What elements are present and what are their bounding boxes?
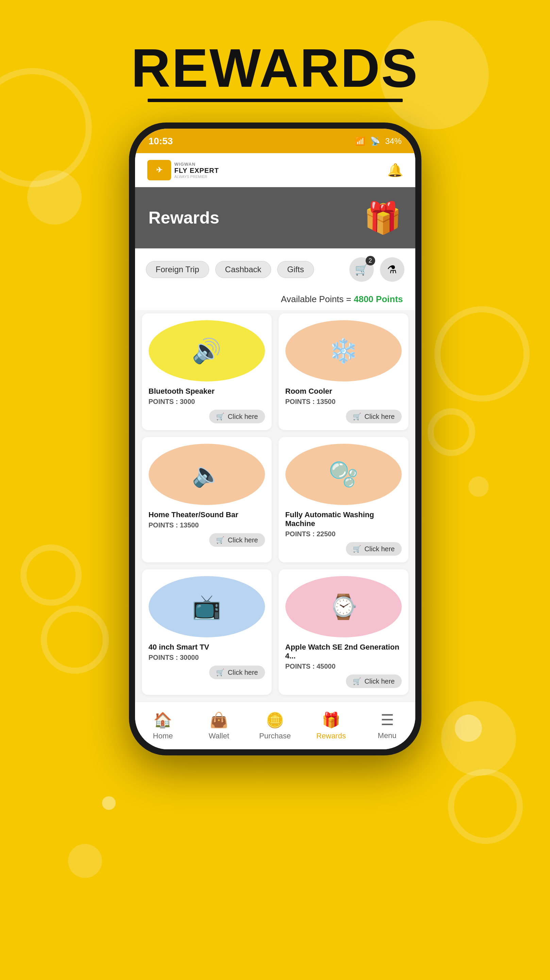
product-image: 📺	[149, 576, 265, 637]
svg-text:✈: ✈	[156, 166, 162, 174]
points-text: Available Points = 4800 Points	[281, 294, 403, 304]
product-image: 🫧	[285, 444, 402, 505]
product-image: 🔈	[149, 444, 265, 505]
cart-icon: 🛒	[353, 545, 361, 553]
nav-label-menu: Menu	[378, 731, 397, 740]
status-bar: 10:53 📶 📡 34%	[135, 129, 415, 153]
rewards-banner: Rewards 🎁	[135, 187, 415, 248]
cart-count: 2	[366, 256, 375, 266]
page-title-section: REWARDS	[131, 41, 419, 102]
product-points: POINTS : 30000	[149, 654, 199, 662]
phone-mockup: 10:53 📶 📡 34% ✈ WIG	[129, 123, 421, 756]
logo-top-text: WIGWAN	[175, 162, 219, 167]
product-name: Room Cooler	[285, 387, 332, 396]
wifi-icon: 📡	[370, 137, 380, 146]
product-btn-label: Click here	[228, 413, 258, 421]
logo-area: ✈ WIGWAN FLY EXPERT ALWAYS PREMIER	[147, 160, 219, 180]
signal-icon: 📶	[355, 137, 365, 146]
nav-item-rewards[interactable]: 🎁 Rewards	[303, 702, 359, 749]
status-time: 10:53	[149, 136, 173, 147]
cart-icon: 🛒	[353, 677, 361, 685]
filter-gifts[interactable]: Gifts	[277, 261, 313, 278]
nav-icon-home: 🏠	[153, 711, 172, 729]
nav-label-purchase: Purchase	[259, 732, 291, 740]
product-btn-label: Click here	[365, 678, 395, 685]
logo-main-text: FLY EXPERT	[175, 167, 219, 175]
product-btn-label: Click here	[228, 669, 258, 676]
nav-label-wallet: Wallet	[209, 732, 229, 740]
filter-row: Foreign Trip Cashback Gifts 🛒 2 ⚗	[135, 248, 415, 291]
product-image: ⌚	[285, 576, 402, 637]
filter-button[interactable]: ⚗	[380, 257, 404, 282]
phone-screen: 10:53 📶 📡 34% ✈ WIG	[135, 129, 415, 749]
cart-button[interactable]: 🛒 2	[349, 257, 374, 282]
cart-icon: 🛒	[353, 412, 361, 421]
product-click-here-button[interactable]: 🛒 Click here	[209, 533, 265, 547]
product-click-here-button[interactable]: 🛒 Click here	[346, 675, 402, 688]
cart-icon: 🛒	[216, 412, 224, 421]
product-btn-label: Click here	[365, 545, 395, 553]
product-name: Bluetooth Speaker	[149, 387, 215, 396]
logo-icon: ✈	[147, 160, 171, 180]
product-card: 📺 40 inch Smart TV POINTS : 30000 🛒 Clic…	[142, 569, 272, 695]
filter-icon: ⚗	[387, 263, 397, 276]
product-card: ❄️ Room Cooler POINTS : 13500 🛒 Click he…	[278, 313, 409, 430]
app-header: ✈ WIGWAN FLY EXPERT ALWAYS PREMIER 🔔	[135, 153, 415, 187]
bell-icon[interactable]: 🔔	[387, 163, 403, 178]
points-label: Available Points =	[281, 294, 351, 304]
product-image: 🔊	[149, 320, 265, 382]
points-value: 4800 Points	[354, 294, 403, 304]
page-title: REWARDS	[131, 41, 419, 95]
nav-icon-rewards: 🎁	[322, 711, 340, 729]
product-btn-label: Click here	[365, 413, 395, 421]
logo-text-block: WIGWAN FLY EXPERT ALWAYS PREMIER	[175, 162, 219, 179]
nav-icon-wallet: 👜	[210, 711, 228, 729]
product-name: Fully Automatic Washing Machine	[285, 511, 402, 528]
battery-text: 34%	[385, 137, 401, 146]
points-row: Available Points = 4800 Points	[135, 291, 415, 310]
product-card: 🔈 Home Theater/Sound Bar POINTS : 13500 …	[142, 437, 272, 563]
cart-icon: 🛒	[355, 263, 368, 276]
product-name: 40 inch Smart TV	[149, 643, 210, 652]
product-points: POINTS : 3000	[149, 398, 195, 406]
product-points: POINTS : 13500	[285, 398, 336, 406]
nav-item-wallet[interactable]: 👜 Wallet	[191, 702, 247, 749]
product-points: POINTS : 45000	[285, 662, 336, 670]
product-click-here-button[interactable]: 🛒 Click here	[209, 666, 265, 679]
products-scroll: 🔊 Bluetooth Speaker POINTS : 3000 🛒 Clic…	[135, 310, 415, 702]
product-card: 🔊 Bluetooth Speaker POINTS : 3000 🛒 Clic…	[142, 313, 272, 430]
product-name: Home Theater/Sound Bar	[149, 511, 238, 519]
products-grid: 🔊 Bluetooth Speaker POINTS : 3000 🛒 Clic…	[142, 313, 409, 695]
nav-label-rewards: Rewards	[316, 732, 346, 740]
page-title-underline	[148, 99, 403, 102]
product-points: POINTS : 13500	[149, 521, 199, 529]
product-image: ❄️	[285, 320, 402, 382]
cart-icon: 🛒	[216, 536, 224, 544]
product-btn-label: Click here	[228, 536, 258, 544]
nav-label-home: Home	[153, 732, 173, 740]
nav-icon-menu: ☰	[381, 711, 394, 729]
nav-item-menu[interactable]: ☰ Menu	[359, 702, 415, 749]
rewards-banner-title: Rewards	[149, 208, 219, 228]
filter-foreign-trip[interactable]: Foreign Trip	[146, 261, 209, 278]
product-card: 🫧 Fully Automatic Washing Machine POINTS…	[278, 437, 409, 563]
product-card: ⌚ Apple Watch SE 2nd Generation 4... POI…	[278, 569, 409, 695]
product-click-here-button[interactable]: 🛒 Click here	[209, 410, 265, 423]
product-points: POINTS : 22500	[285, 530, 336, 538]
logo-sub-text: ALWAYS PREMIER	[175, 175, 219, 179]
bottom-nav: 🏠 Home 👜 Wallet 🪙 Purchase 🎁 Rewards ☰ M…	[135, 702, 415, 749]
product-name: Apple Watch SE 2nd Generation 4...	[285, 643, 402, 660]
cart-icon: 🛒	[216, 668, 224, 676]
nav-icon-purchase: 🪙	[265, 711, 285, 729]
filter-cashback[interactable]: Cashback	[215, 261, 272, 278]
rewards-gift-icon: 🎁	[364, 200, 402, 236]
status-icons: 📶 📡 34%	[355, 137, 401, 146]
product-click-here-button[interactable]: 🛒 Click here	[346, 542, 402, 556]
product-click-here-button[interactable]: 🛒 Click here	[346, 410, 402, 423]
nav-item-home[interactable]: 🏠 Home	[135, 702, 191, 749]
nav-item-purchase[interactable]: 🪙 Purchase	[247, 702, 303, 749]
